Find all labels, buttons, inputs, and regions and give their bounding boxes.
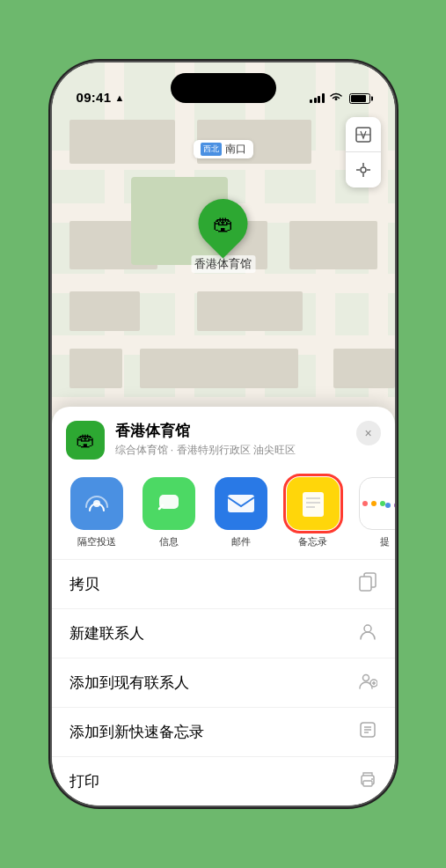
venue-icon: 🏟 bbox=[66, 421, 105, 460]
location-label: 西北 南口 bbox=[194, 140, 253, 158]
action-list: 拷贝 新建联系人 bbox=[52, 559, 395, 805]
share-item-notes[interactable]: 备忘录 bbox=[282, 477, 344, 548]
add-note-icon bbox=[358, 720, 377, 744]
share-label-more: 提 bbox=[380, 535, 390, 548]
action-add-existing[interactable]: 添加到现有联系人 bbox=[52, 658, 395, 708]
svg-point-17 bbox=[362, 675, 369, 681]
add-existing-icon bbox=[358, 671, 377, 695]
message-icon bbox=[143, 477, 195, 530]
mail-icon bbox=[215, 477, 267, 530]
share-label-airdrop: 隔空投送 bbox=[77, 535, 116, 548]
action-print-label: 打印 bbox=[69, 771, 99, 791]
bottom-sheet: 🏟 香港体育馆 综合体育馆 · 香港特别行政区 油尖旺区 × bbox=[52, 407, 395, 805]
svg-rect-26 bbox=[363, 781, 372, 786]
map-type-button[interactable] bbox=[346, 117, 381, 152]
sheet-header: 🏟 香港体育馆 综合体育馆 · 香港特别行政区 油尖旺区 × bbox=[52, 407, 395, 470]
more-icon bbox=[359, 477, 395, 530]
dynamic-island bbox=[171, 73, 276, 103]
location-arrow-icon: ▲ bbox=[114, 92, 124, 103]
action-add-note-label: 添加到新快速备忘录 bbox=[69, 722, 204, 742]
svg-rect-15 bbox=[360, 577, 371, 591]
action-print[interactable]: 打印 bbox=[52, 757, 395, 805]
map-controls bbox=[346, 117, 381, 188]
venue-subtitle: 综合体育馆 · 香港特别行政区 油尖旺区 bbox=[115, 443, 346, 458]
wifi-icon bbox=[329, 92, 343, 105]
svg-point-2 bbox=[361, 167, 366, 173]
close-button[interactable]: × bbox=[356, 421, 381, 445]
share-label-notes: 备忘录 bbox=[298, 535, 327, 548]
action-new-contact-label: 新建联系人 bbox=[69, 623, 144, 644]
location-tag-text: 南口 bbox=[225, 142, 246, 157]
map-area: 西北 南口 bbox=[52, 63, 395, 441]
status-time: 09:41 bbox=[77, 90, 112, 105]
print-icon bbox=[358, 769, 377, 793]
phone-screen: 09:41 ▲ bbox=[52, 63, 395, 805]
copy-icon bbox=[358, 572, 377, 596]
location-button[interactable] bbox=[346, 152, 381, 188]
phone-frame: 09:41 ▲ bbox=[52, 63, 395, 805]
venue-info: 香港体育馆 综合体育馆 · 香港特别行政区 油尖旺区 bbox=[115, 421, 346, 458]
venue-name: 香港体育馆 bbox=[115, 421, 346, 441]
svg-rect-10 bbox=[303, 492, 324, 517]
svg-rect-9 bbox=[228, 495, 254, 512]
action-add-existing-label: 添加到现有联系人 bbox=[69, 673, 189, 693]
action-add-note[interactable]: 添加到新快速备忘录 bbox=[52, 708, 395, 757]
notes-icon bbox=[287, 477, 340, 530]
pin-icon: 🏟 bbox=[213, 211, 234, 236]
new-contact-icon bbox=[358, 622, 377, 645]
stadium-pin: 🏟 香港体育馆 bbox=[191, 199, 255, 273]
share-item-mail[interactable]: 邮件 bbox=[210, 477, 272, 548]
battery-icon bbox=[349, 93, 370, 104]
pin-circle: 🏟 bbox=[188, 188, 258, 258]
share-label-message: 信息 bbox=[159, 535, 179, 548]
location-tag-prefix: 西北 bbox=[201, 143, 222, 156]
share-item-message[interactable]: 信息 bbox=[138, 477, 200, 548]
share-item-more[interactable]: 提 bbox=[355, 477, 395, 548]
signal-bars-icon bbox=[310, 93, 325, 103]
action-copy-label: 拷贝 bbox=[69, 574, 99, 594]
action-copy[interactable]: 拷贝 bbox=[52, 560, 395, 609]
airdrop-icon bbox=[70, 477, 123, 530]
share-row: 隔空投送 信息 bbox=[52, 470, 395, 559]
share-label-mail: 邮件 bbox=[231, 535, 251, 548]
share-item-airdrop[interactable]: 隔空投送 bbox=[66, 477, 128, 548]
svg-point-16 bbox=[364, 625, 371, 632]
status-icons bbox=[310, 92, 370, 105]
svg-point-27 bbox=[371, 778, 373, 780]
action-new-contact[interactable]: 新建联系人 bbox=[52, 609, 395, 658]
